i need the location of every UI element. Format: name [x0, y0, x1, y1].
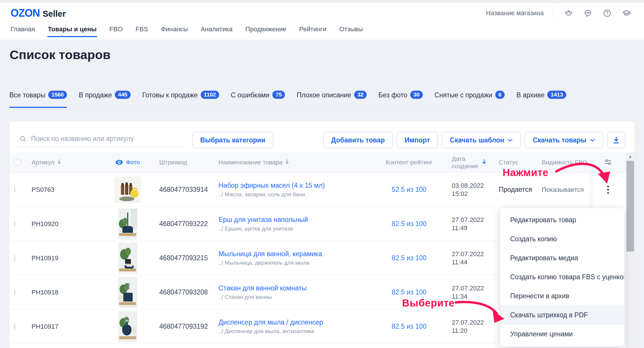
photo-visibility-eye-icon[interactable]	[115, 160, 123, 165]
education-icon[interactable]	[621, 7, 632, 19]
page-title: Список товаров	[10, 48, 110, 62]
scroll-up-arrow[interactable]: ▲	[626, 154, 635, 159]
menu-move-to-archive[interactable]: Перенести в архив	[500, 287, 624, 306]
status-value: Продается	[489, 186, 538, 194]
logo-ozon-text: OZON	[11, 7, 40, 19]
table-header: Артикул Фото Штрихкод Наименование товар…	[9, 152, 626, 173]
download-template-button[interactable]: Скачать шаблон	[442, 132, 521, 148]
help-icon[interactable]	[601, 7, 613, 19]
ozon-seller-logo[interactable]: OZON Seller	[11, 7, 66, 19]
nav-tovary-i-tseny[interactable]: Товары и цены	[48, 25, 97, 33]
download-products-button[interactable]: Скачать товары	[525, 132, 603, 148]
select-categories-button[interactable]: Выбрать категории	[192, 132, 273, 148]
premium-crown-icon[interactable]	[563, 7, 574, 19]
product-name-link[interactable]: Мыльница для ванной, керамика	[219, 250, 383, 258]
main-nav: Главная Товары и цены FBO FBS Финансы Ан…	[0, 22, 644, 37]
menu-create-copy[interactable]: Создать копию	[500, 230, 624, 249]
table-toolbar: Выбрать категории Добавить товар Импорт …	[9, 121, 635, 152]
nav-fbs[interactable]: FBS	[136, 25, 148, 33]
nav-finansy[interactable]: Финансы	[161, 25, 188, 33]
count-badge: 1413	[547, 91, 566, 99]
product-photo	[115, 177, 141, 203]
count-badge: 445	[115, 91, 131, 99]
tab-all-products[interactable]: Все товары1560	[9, 91, 67, 107]
header-divider	[553, 7, 553, 19]
column-settings-icon[interactable]	[604, 158, 612, 166]
select-all-checkbox[interactable]	[14, 159, 21, 166]
product-category: ../ Стакан для ванны	[219, 294, 383, 300]
menu-download-barcode-pdf[interactable]: Скачать штрихкод в PDF	[500, 306, 624, 325]
product-category: ../ Ершик, щетка для унитаза	[219, 225, 383, 232]
row-checkbox[interactable]	[14, 221, 15, 227]
tab-bad-description[interactable]: Плохое описание32	[297, 91, 367, 107]
nav-fbo[interactable]: FBO	[110, 25, 123, 33]
content-rating[interactable]: 52.5 из 100	[383, 186, 435, 194]
top-strip	[0, 0, 644, 3]
row-checkbox[interactable]	[14, 323, 15, 330]
content-rating[interactable]: 82.5 из 100	[383, 254, 435, 262]
nav-reytingi[interactable]: Рейтинги	[299, 25, 326, 33]
add-product-button[interactable]: Добавить товар	[323, 132, 392, 148]
row-checkbox[interactable]	[14, 255, 15, 261]
tab-with-errors[interactable]: С ошибками75	[231, 91, 285, 107]
filter-tabs: Все товары1560 В продаже445 Готовы к про…	[9, 91, 505, 108]
count-badge: 30	[410, 91, 423, 99]
count-badge: 75	[272, 91, 285, 99]
product-photo	[118, 243, 137, 274]
count-badge: 6	[495, 91, 505, 99]
menu-edit-product[interactable]: Редактировать товар	[500, 211, 624, 230]
visibility-value: Показывается	[538, 186, 590, 194]
product-name-link[interactable]: Диспенсер для мыла / диспенсер	[219, 318, 383, 326]
logo-seller-text: Seller	[43, 9, 66, 19]
row-context-menu: Редактировать товар Создать копию Редакт…	[500, 208, 624, 347]
nav-prodvizhenie[interactable]: Продвижение	[245, 25, 286, 33]
tab-no-photo[interactable]: Без фото30	[378, 91, 423, 107]
tab-ready-for-sale[interactable]: Готовы к продаже1102	[142, 91, 219, 107]
menu-price-management[interactable]: Управление ценами	[500, 325, 624, 344]
chevron-down-icon	[590, 138, 595, 142]
search-icon	[19, 135, 27, 143]
menu-edit-media[interactable]: Редактировать медиа	[500, 249, 624, 268]
count-badge: 32	[354, 91, 367, 99]
sort-name-icon[interactable]	[285, 159, 290, 166]
import-button[interactable]: Импорт	[397, 132, 438, 148]
product-name-link[interactable]: Стакан для ванной комнаты	[219, 284, 383, 292]
product-name-link[interactable]: Набор эфирных масел (4 х 15 мл)	[219, 182, 383, 189]
content-rating[interactable]: 82.5 из 100	[383, 220, 435, 228]
table-row: PS0763 4680477033914 Набор эфирных масел…	[9, 173, 626, 207]
product-category: ../ Масла, запарки, соль для бани	[219, 191, 383, 198]
search-box[interactable]	[19, 133, 182, 147]
product-category: ../ Диспенсер для мыла, антисептика	[219, 328, 383, 335]
tab-archived[interactable]: В архиве1413	[516, 91, 566, 107]
row-checkbox[interactable]	[14, 187, 15, 193]
nav-otzyvy[interactable]: Отзывы	[339, 25, 363, 33]
sort-article-icon[interactable]	[57, 159, 62, 166]
export-download-button[interactable]	[607, 132, 625, 148]
row-actions-kebab-icon[interactable]	[604, 183, 612, 197]
product-category: ../ Мыльница, держатель для мыла	[219, 260, 383, 266]
tab-on-sale[interactable]: В продаже445	[79, 91, 130, 107]
content-rating[interactable]: 82.5 из 100	[383, 288, 435, 296]
product-name-link[interactable]: Ерш для унитаза напольный	[219, 216, 383, 224]
product-photo	[118, 209, 137, 240]
sort-date-icon[interactable]	[482, 159, 487, 166]
nav-glavnaya[interactable]: Главная	[11, 25, 35, 33]
app-header: OZON Seller Название магазина	[0, 3, 644, 40]
chevron-down-icon	[508, 138, 513, 142]
content-rating[interactable]: 82.5 из 100	[383, 323, 435, 330]
menu-copy-fbs-discount[interactable]: Создать копию товара FBS с уценкой	[500, 268, 624, 287]
chat-icon[interactable]	[582, 7, 594, 19]
count-badge: 1560	[48, 91, 67, 99]
product-photo	[118, 277, 137, 308]
search-input[interactable]	[31, 135, 182, 143]
scrollbar-thumb[interactable]	[626, 161, 634, 251]
product-photo	[118, 311, 137, 342]
tab-removed-from-sale[interactable]: Снятые с продажи6	[434, 91, 505, 107]
ozon-seller-products-page: OZON Seller Название магазина	[0, 0, 644, 348]
store-name[interactable]: Название магазина	[486, 9, 544, 17]
download-icon	[612, 136, 620, 144]
count-badge: 1102	[201, 91, 219, 99]
row-checkbox[interactable]	[14, 289, 15, 295]
table-scrollbar[interactable]: ▲	[626, 152, 635, 348]
nav-analitika[interactable]: Аналитика	[201, 25, 233, 33]
